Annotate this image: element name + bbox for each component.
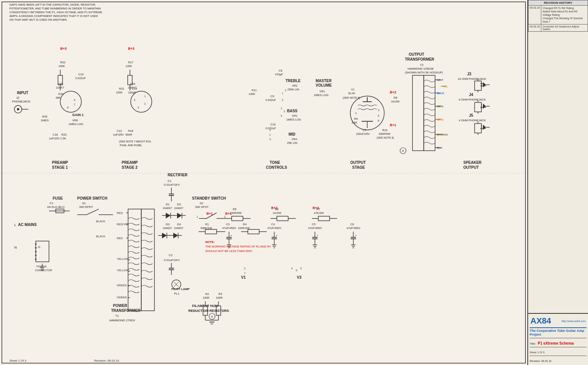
svg-text:+: + bbox=[276, 234, 278, 237]
svg-text:1: 1 bbox=[144, 95, 146, 98]
svg-text:T2: T2 bbox=[420, 63, 424, 67]
svg-text:CONSISTENCY BETWEEN THE P1, HI: CONSISTENCY BETWEEN THE P1, HIGH OCTANE,… bbox=[9, 11, 102, 14]
svg-text:R8: R8 bbox=[394, 96, 397, 99]
svg-text:8: 8 bbox=[378, 119, 379, 122]
schematic-area: GAPS HAVE BEEN LEFT IN THE CAPACITOR, DI… bbox=[0, 0, 527, 365]
svg-text:C10: C10 bbox=[270, 123, 276, 126]
svg-text:1MEG LOG: 1MEG LOG bbox=[314, 93, 328, 97]
svg-text:BASS: BASS bbox=[287, 109, 298, 113]
svg-text:SW DPDT: SW DPDT bbox=[79, 205, 93, 209]
svg-text:D4: D4 bbox=[177, 223, 181, 226]
svg-text:+: + bbox=[316, 234, 318, 237]
svg-text:AC MAINS: AC MAINS bbox=[18, 223, 37, 227]
svg-text:R3: R3 bbox=[218, 292, 222, 296]
svg-text:1.5K: 1.5K bbox=[60, 137, 66, 140]
svg-text:STAGE: STAGE bbox=[352, 165, 365, 170]
svg-text:THE WORKING VOLTAGE RATING OF : THE WORKING VOLTAGE RATING OF R1 AND R4 bbox=[205, 245, 270, 248]
website-label: http://www.ax84.com bbox=[561, 320, 586, 322]
svg-text:C2: C2 bbox=[169, 254, 173, 257]
svg-text:2A SLO-BLO: 2A SLO-BLO bbox=[47, 205, 64, 209]
svg-text:C15: C15 bbox=[78, 73, 84, 76]
svg-point-11 bbox=[35, 243, 37, 245]
svg-text:16 OHM PHONEJACK: 16 OHM PHONEJACK bbox=[458, 77, 486, 81]
svg-point-15 bbox=[35, 258, 37, 260]
svg-text:VR1: VR1 bbox=[319, 90, 325, 93]
svg-text:STANDBY SWITCH: STANDBY SWITCH bbox=[192, 196, 226, 200]
svg-text:120K: 120K bbox=[125, 64, 132, 68]
svg-text:47uF/450V: 47uF/450V bbox=[347, 226, 360, 230]
rev-date-2: 06.03.16 bbox=[528, 24, 541, 32]
svg-text:CONNECTOR: CONNECTOR bbox=[35, 269, 52, 272]
svg-text:8 OHM PHONEJACK: 8 OHM PHONEJACK bbox=[459, 98, 486, 101]
svg-text:S1: S1 bbox=[82, 202, 86, 205]
title-label-text: Title: bbox=[530, 342, 536, 345]
svg-text:C14: C14 bbox=[132, 87, 137, 90]
svg-text:3: 3 bbox=[134, 99, 135, 101]
svg-text:HAMMOND 125ESE: HAMMOND 125ESE bbox=[408, 67, 434, 70]
svg-text:+: + bbox=[355, 234, 357, 237]
svg-text:47uF/450V: 47uF/450V bbox=[267, 226, 281, 230]
svg-text:2: 2 bbox=[224, 215, 226, 218]
svg-text:100pF: 100pF bbox=[128, 91, 136, 94]
svg-text:MASTER: MASTER bbox=[316, 79, 332, 83]
svg-text:TRANSFORMER: TRANSFORMER bbox=[405, 57, 435, 61]
svg-text:INPUT: INPUT bbox=[17, 91, 28, 95]
svg-text:25K LIN: 25K LIN bbox=[287, 141, 297, 145]
svg-text:5: 5 bbox=[378, 115, 379, 117]
revision-value-bottom: 06.03.16 bbox=[541, 360, 551, 362]
svg-text:1K/2W: 1K/2W bbox=[391, 100, 400, 103]
svg-text:R6: R6 bbox=[275, 208, 279, 211]
svg-text:100R: 100R bbox=[216, 296, 223, 299]
svg-text:ON THAT AMP, BUT IS USED ON AN: ON THAT AMP, BUT IS USED ON ANOTHER. bbox=[9, 18, 67, 21]
svg-text:R4: R4 bbox=[243, 223, 247, 226]
svg-text:7: 7 bbox=[74, 103, 75, 106]
svg-text:BLACK: BLACK bbox=[96, 220, 105, 223]
svg-text:1uF/25V: 1uF/25V bbox=[49, 137, 60, 140]
svg-text:C8: C8 bbox=[279, 69, 283, 72]
svg-text:R17: R17 bbox=[128, 61, 133, 64]
subtitle-label: The Cooperative Tube Guitar Amp Project bbox=[530, 329, 586, 336]
svg-text:CONTROLS: CONTROLS bbox=[266, 165, 287, 170]
svg-text:2: 2 bbox=[269, 129, 271, 131]
svg-text:1N4007: 1N4007 bbox=[174, 207, 183, 209]
svg-text:C9: C9 bbox=[270, 95, 274, 98]
svg-text:R5: R5 bbox=[233, 208, 237, 211]
svg-text:47K/2W: 47K/2W bbox=[314, 211, 324, 215]
svg-text:1uF/25V: 1uF/25V bbox=[113, 133, 124, 136]
svg-text:1MEG LOG: 1MEG LOG bbox=[286, 118, 301, 121]
svg-text:+: + bbox=[231, 234, 232, 237]
svg-text:PREAMP: PREAMP bbox=[122, 160, 138, 165]
svg-text:604R: 604R bbox=[125, 133, 133, 136]
svg-text:3: 3 bbox=[378, 109, 379, 111]
svg-text:V1: V1 bbox=[351, 88, 354, 91]
svg-text:1.5K: 1.5K bbox=[351, 121, 357, 124]
svg-text:YELLOW: YELLOW bbox=[117, 269, 129, 272]
svg-text:220K: 220K bbox=[116, 91, 123, 94]
svg-text:C1: C1 bbox=[168, 179, 172, 183]
svg-text:C6: C6 bbox=[350, 223, 354, 226]
svg-text:C5: C5 bbox=[312, 223, 316, 226]
svg-text:RED: RED bbox=[117, 237, 123, 240]
svg-text:1: 1 bbox=[281, 107, 282, 110]
svg-text:1MEG LOG: 1MEG LOG bbox=[69, 122, 83, 126]
svg-point-13 bbox=[35, 251, 37, 252]
revision-table: REVISION HISTORY 06.02.23 Changed R5 To … bbox=[528, 0, 588, 32]
svg-text:330R/5W: 330R/5W bbox=[379, 132, 391, 136]
svg-text:2: 2 bbox=[244, 267, 246, 270]
svg-text:D1: D1 bbox=[166, 203, 170, 206]
svg-text:6: 6 bbox=[74, 99, 75, 101]
svg-text:HAMMOND 270DX: HAMMOND 270DX bbox=[109, 319, 136, 322]
svg-text:RECTIFIER: RECTIFIER bbox=[168, 173, 188, 177]
svg-text:POWER SWITCH: POWER SWITCH bbox=[77, 196, 107, 200]
svg-text:SPEAKER: SPEAKER bbox=[463, 160, 482, 165]
svg-text:POWER: POWER bbox=[113, 304, 128, 308]
svg-text:68K: 68K bbox=[56, 96, 61, 99]
svg-text:3: 3 bbox=[282, 99, 283, 101]
svg-text:3: 3 bbox=[137, 106, 139, 109]
svg-point-207 bbox=[17, 108, 19, 110]
svg-text:PL1: PL1 bbox=[174, 292, 180, 295]
svg-text:0.01uF/1KV: 0.01uF/1KV bbox=[164, 258, 180, 262]
rev-date-1: 06.02.23 bbox=[528, 6, 541, 24]
svg-text:100K: 100K bbox=[58, 64, 65, 68]
svg-text:R7: R7 bbox=[316, 208, 320, 211]
